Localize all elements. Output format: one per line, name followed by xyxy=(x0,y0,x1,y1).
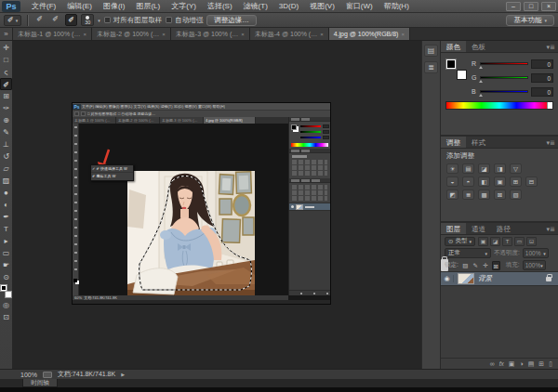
quick-mask-button[interactable]: ◎ xyxy=(0,299,12,311)
document-tab-3[interactable]: 未标题-3 @ 100% (…× xyxy=(171,28,250,40)
panel-menu-icon[interactable]: ▾≣ xyxy=(547,137,558,148)
flyout-item-2[interactable]: ✐ 魔棒工具 W xyxy=(91,173,133,180)
foreground-color-swatch[interactable] xyxy=(0,284,7,292)
zoom-tool[interactable]: ⊙ xyxy=(0,271,12,283)
new-layer-icon[interactable]: ⊞ xyxy=(538,359,544,370)
filter-adjustment-icon[interactable]: ◪ xyxy=(490,237,500,246)
move-tool[interactable]: ✛ xyxy=(0,42,12,54)
background-color-swatch[interactable] xyxy=(457,70,467,80)
background-layer-row[interactable]: ◉ 背景 xyxy=(441,271,558,286)
subtract-from-selection-button[interactable]: ✐ xyxy=(65,14,77,26)
timeline-tab[interactable]: 时间轴 xyxy=(22,379,58,387)
rectangle-tool[interactable]: ▭ xyxy=(0,247,12,259)
crop-tool[interactable]: ⊞ xyxy=(0,90,12,102)
exposure-icon[interactable]: ◨ xyxy=(494,163,506,174)
menu-item-file[interactable]: 文件(F) xyxy=(26,0,61,13)
tab-close-icon[interactable]: × xyxy=(162,32,166,37)
curves-icon[interactable]: ◪ xyxy=(478,163,490,174)
tab-layers[interactable]: 图层 xyxy=(441,223,466,234)
gradient-map-icon[interactable]: ▧ xyxy=(510,189,522,200)
tab-close-icon[interactable]: × xyxy=(401,32,405,37)
foreground-background-swatches[interactable] xyxy=(0,284,12,298)
new-selection-button[interactable]: ✐ xyxy=(33,14,46,26)
minimize-button[interactable]: – xyxy=(506,2,521,11)
brightness-contrast-icon[interactable]: ☀ xyxy=(446,163,458,174)
posterize-icon[interactable]: ≣ xyxy=(462,189,474,200)
selective-color-icon[interactable]: ⊠ xyxy=(494,189,506,200)
filter-shape-icon[interactable]: ▭ xyxy=(514,237,525,246)
menu-item-select[interactable]: 选择(S) xyxy=(202,0,238,13)
lasso-tool[interactable]: ς xyxy=(0,66,12,78)
channel-value-field[interactable]: 0 xyxy=(531,59,553,69)
tab-close-icon[interactable]: × xyxy=(241,32,245,37)
hue-saturation-icon[interactable]: ◒ xyxy=(446,176,458,187)
vibrance-icon[interactable]: ▽ xyxy=(510,163,522,174)
filter-pixel-icon[interactable]: ▣ xyxy=(478,237,488,246)
foreground-color-swatch[interactable] xyxy=(445,59,457,70)
panel-menu-icon[interactable]: ▾≣ xyxy=(547,41,558,52)
document-tab-4[interactable]: 未标题-4 @ 100% (…× xyxy=(250,28,329,40)
menu-item-edit[interactable]: 编辑(E) xyxy=(61,0,98,13)
add-layer-mask-icon[interactable]: ▣ xyxy=(509,359,515,370)
brush-size-picker[interactable]: 30 xyxy=(81,14,94,26)
status-flyout-arrow-icon[interactable]: ▶ xyxy=(121,372,125,377)
tab-close-icon[interactable]: × xyxy=(83,32,86,37)
layers-empty-area[interactable] xyxy=(441,286,558,358)
menu-item-image[interactable]: 图像(I) xyxy=(98,0,131,13)
color-spectrum-ramp[interactable] xyxy=(445,101,553,110)
tab-color[interactable]: 颜色 xyxy=(441,41,466,52)
menu-item-window[interactable]: 窗口(W) xyxy=(340,0,379,13)
black-white-icon[interactable]: ◧ xyxy=(478,176,490,187)
blur-tool[interactable]: ● xyxy=(0,187,12,199)
slider-marker-icon[interactable] xyxy=(479,66,483,69)
menu-item-3d[interactable]: 3D(D) xyxy=(273,0,304,13)
sample-all-layers-checkbox[interactable]: 对所有图层取样 xyxy=(104,16,163,25)
zoom-level-field[interactable]: 100% xyxy=(20,372,37,378)
horizontal-type-tool[interactable]: T xyxy=(0,223,12,235)
lock-all-icon[interactable]: ⊠ xyxy=(492,261,500,270)
channel-value-field[interactable]: 0 xyxy=(531,73,553,83)
link-layers-icon[interactable]: ∞ xyxy=(490,359,495,370)
lock-image-icon[interactable]: ✎ xyxy=(472,261,480,270)
foreground-background-swatches[interactable] xyxy=(445,59,467,80)
document-tab-5[interactable]: 4.jpg @ 100%(RGB/8)× xyxy=(329,28,410,40)
threshold-icon[interactable]: ▩ xyxy=(478,189,490,200)
dodge-tool[interactable]: ◐ xyxy=(0,199,12,211)
history-panel-icon[interactable]: ▤ xyxy=(424,45,438,57)
lock-transparency-icon[interactable]: ▨ xyxy=(461,261,470,270)
brush-tool[interactable]: ✎ xyxy=(0,126,12,138)
menu-item-help[interactable]: 帮助(H) xyxy=(379,0,415,13)
document-image-4jpg[interactable]: Ps 文件(F) 编辑(E) 图像(I) 图层(L) 文字(Y) 选择(S) 滤… xyxy=(73,103,330,304)
channel-value-field[interactable]: 0 xyxy=(531,87,553,97)
color-balance-icon[interactable]: ◓ xyxy=(462,176,474,187)
tab-swatches[interactable]: 色板 xyxy=(466,41,491,52)
spot-healing-brush-tool[interactable]: ⊕ xyxy=(0,114,12,126)
document-tab-1[interactable]: 未标题-1 @ 100% (…× xyxy=(13,28,92,40)
blend-mode-dropdown[interactable]: 正常 ▾ xyxy=(445,248,491,258)
slider-marker-icon[interactable] xyxy=(479,80,483,83)
photo-filter-icon[interactable]: ▣ xyxy=(494,176,506,187)
toolbar-collapse-icon[interactable]: » xyxy=(0,28,13,40)
eraser-tool[interactable]: ▱ xyxy=(0,163,12,175)
channel-mixer-icon[interactable]: ⊞ xyxy=(510,176,522,187)
menu-item-layer[interactable]: 图层(L) xyxy=(130,0,166,13)
tab-channels[interactable]: 通道 xyxy=(466,223,491,234)
slider-track-r[interactable] xyxy=(480,62,528,65)
properties-panel-icon[interactable]: ≣ xyxy=(424,61,438,73)
color-lookup-icon[interactable]: ⊟ xyxy=(525,176,538,187)
canvas-area[interactable]: Ps 文件(F) 编辑(E) 图像(I) 图层(L) 文字(Y) 选择(S) 滤… xyxy=(13,41,421,369)
rectangular-marquee-tool[interactable]: □ xyxy=(0,54,12,66)
refine-edge-button[interactable]: 调整边缘… xyxy=(206,15,257,26)
flyout-item-1[interactable]: ✓ ✐ 快速选择工具 W xyxy=(91,165,133,173)
auto-enhance-checkbox[interactable]: 自动增强 xyxy=(166,16,203,25)
clone-stamp-tool[interactable]: ⊥ xyxy=(0,138,12,150)
workspace-switcher[interactable]: 基本功能 ▾ xyxy=(506,15,554,26)
tab-paths[interactable]: 路径 xyxy=(491,223,516,234)
layer-filter-kind-dropdown[interactable]: ⊙ 类型 ▾ xyxy=(445,237,475,246)
new-adjustment-layer-icon[interactable]: ◑ xyxy=(519,359,523,370)
panel-menu-icon[interactable]: ▾≣ xyxy=(547,223,558,234)
menu-item-type[interactable]: 文字(Y) xyxy=(166,0,202,13)
hand-tool[interactable]: ☛ xyxy=(0,259,12,271)
layer-style-icon[interactable]: fx xyxy=(499,359,504,370)
menu-item-view[interactable]: 视图(V) xyxy=(304,0,340,13)
